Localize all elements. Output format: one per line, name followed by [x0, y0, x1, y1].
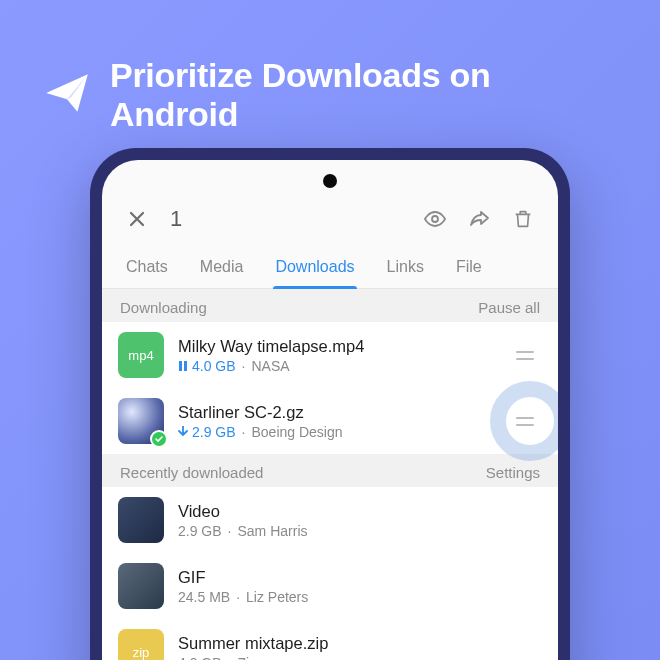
- file-source: Boeing Design: [251, 424, 342, 440]
- file-thumb: zip: [118, 629, 164, 660]
- file-thumb: mp4: [118, 332, 164, 378]
- tab-downloads[interactable]: Downloads: [259, 248, 370, 288]
- file-name: Summer mixtape.zip: [178, 634, 542, 653]
- file-source: Liz Peters: [246, 589, 308, 605]
- file-source: Sam Harris: [237, 523, 307, 539]
- file-info: Video 2.9 GB · Sam Harris: [178, 502, 542, 539]
- file-meta: 2.9 GB · Sam Harris: [178, 523, 542, 539]
- tab-media[interactable]: Media: [184, 248, 260, 288]
- file-info: Milky Way timelapse.mp4 4.0 GB · NASA: [178, 337, 498, 374]
- svg-rect-2: [184, 361, 187, 371]
- view-button[interactable]: [418, 202, 452, 236]
- file-info: Summer mixtape.zip 4.0 GB · Zimmer: [178, 634, 542, 661]
- file-thumb: [118, 563, 164, 609]
- phone-screen: 1 Chats Media Downloads Links File Downl…: [102, 160, 558, 660]
- file-row[interactable]: GIF 24.5 MB · Liz Peters: [102, 553, 558, 619]
- camera-notch: [323, 174, 337, 188]
- tab-links[interactable]: Links: [371, 248, 440, 288]
- file-name: Starliner SC-2.gz: [178, 403, 498, 422]
- file-thumb: [118, 398, 164, 444]
- file-source: NASA: [251, 358, 289, 374]
- selection-count: 1: [170, 206, 408, 232]
- phone-frame: 1 Chats Media Downloads Links File Downl…: [90, 148, 570, 660]
- hero-title: Prioritize Downloads on Android: [110, 56, 620, 134]
- pause-all-button[interactable]: Pause all: [478, 299, 540, 316]
- pause-icon: 4.0 GB: [178, 358, 236, 374]
- delete-button[interactable]: [506, 202, 540, 236]
- settings-button[interactable]: Settings: [486, 464, 540, 481]
- tab-files[interactable]: File: [440, 248, 498, 288]
- svg-point-0: [432, 216, 438, 222]
- file-row[interactable]: zip Summer mixtape.zip 4.0 GB · Zimmer: [102, 619, 558, 660]
- section-header-recent: Recently downloaded Settings: [102, 454, 558, 487]
- check-badge-icon: [150, 430, 168, 448]
- file-meta: 2.9 GB · Boeing Design: [178, 424, 498, 440]
- hero-banner: Prioritize Downloads on Android: [0, 0, 660, 134]
- section-title: Downloading: [120, 299, 207, 316]
- file-thumb: [118, 497, 164, 543]
- section-header-downloading: Downloading Pause all: [102, 289, 558, 322]
- svg-rect-1: [179, 361, 182, 371]
- file-meta: 24.5 MB · Liz Peters: [178, 589, 542, 605]
- paper-plane-icon: [42, 68, 92, 122]
- close-button[interactable]: [120, 202, 154, 236]
- tabs-bar: Chats Media Downloads Links File: [102, 248, 558, 289]
- tab-chats[interactable]: Chats: [110, 248, 184, 288]
- drag-handle-icon[interactable]: [512, 417, 542, 426]
- drag-handle-icon[interactable]: [512, 351, 542, 360]
- forward-button[interactable]: [462, 202, 496, 236]
- download-row[interactable]: Starliner SC-2.gz 2.9 GB · Boeing Design: [102, 388, 558, 454]
- download-arrow-icon: 2.9 GB: [178, 424, 236, 440]
- file-meta: 4.0 GB · Zimmer: [178, 655, 542, 661]
- file-info: Starliner SC-2.gz 2.9 GB · Boeing Design: [178, 403, 498, 440]
- file-name: Milky Way timelapse.mp4: [178, 337, 498, 356]
- file-row[interactable]: Video 2.9 GB · Sam Harris: [102, 487, 558, 553]
- file-info: GIF 24.5 MB · Liz Peters: [178, 568, 542, 605]
- file-source: Zimmer: [237, 655, 284, 661]
- download-row[interactable]: mp4 Milky Way timelapse.mp4 4.0 GB · NAS…: [102, 322, 558, 388]
- section-title: Recently downloaded: [120, 464, 263, 481]
- file-meta: 4.0 GB · NASA: [178, 358, 498, 374]
- file-name: Video: [178, 502, 542, 521]
- file-name: GIF: [178, 568, 542, 587]
